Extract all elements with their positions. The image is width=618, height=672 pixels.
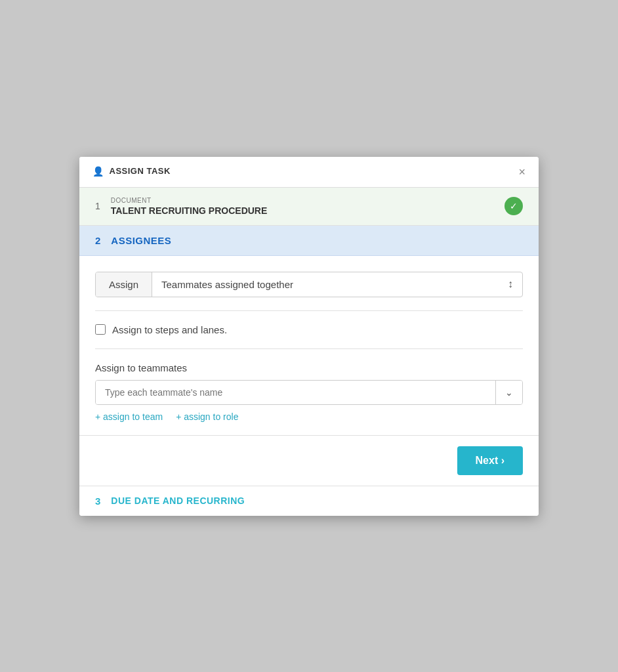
assign-to-team-link[interactable]: + assign to team bbox=[95, 411, 163, 422]
person-icon: 👤 bbox=[93, 166, 104, 177]
modal-title-tab: 👤 ASSIGN TASK bbox=[79, 157, 184, 187]
step1-doc-name: TALENT RECRUITING PROCEDURE bbox=[111, 205, 268, 216]
step1-left: 1 DOCUMENT TALENT RECRUITING PROCEDURE bbox=[95, 197, 267, 216]
step1-number: 1 bbox=[95, 201, 100, 211]
step3-header: 3 DUE DATE AND RECURRING bbox=[79, 486, 539, 516]
step1-label: DOCUMENT bbox=[111, 197, 268, 204]
assign-steps-label[interactable]: Assign to steps and lanes. bbox=[112, 324, 227, 335]
teammates-dropdown-button[interactable]: ⌄ bbox=[495, 381, 522, 404]
assign-steps-lanes-row: Assign to steps and lanes. bbox=[95, 324, 523, 335]
step2-footer: Next › bbox=[79, 435, 539, 486]
modal-header: 👤 ASSIGN TASK × bbox=[79, 157, 539, 188]
step2-number: 2 bbox=[95, 235, 100, 246]
assign-steps-checkbox[interactable] bbox=[95, 324, 106, 335]
teammates-input[interactable] bbox=[96, 381, 495, 404]
assign-row: Assign Teammates assigned together ↕ bbox=[95, 272, 523, 297]
assign-links-row: + assign to team + assign to role bbox=[95, 411, 523, 422]
divider-2 bbox=[95, 348, 523, 349]
assign-teammates-label: Assign to teammates bbox=[95, 362, 523, 373]
step1-check-circle: ✓ bbox=[505, 197, 523, 215]
close-button[interactable]: × bbox=[505, 157, 539, 187]
step2-content: Assign Teammates assigned together ↕ Ass… bbox=[79, 256, 539, 422]
assign-teammates-section: Assign to teammates ⌄ + assign to team +… bbox=[95, 362, 523, 422]
assignment-mode-text: Teammates assigned together bbox=[161, 279, 293, 290]
checkmark-icon: ✓ bbox=[510, 201, 518, 211]
modal-title: ASSIGN TASK bbox=[110, 166, 171, 176]
assignment-mode-selector[interactable]: Teammates assigned together ↕ bbox=[152, 272, 522, 297]
assign-task-modal: 👤 ASSIGN TASK × 1 DOCUMENT TALENT RECRUI… bbox=[79, 157, 539, 516]
step3-number: 3 bbox=[95, 495, 100, 507]
step2-title: ASSIGNEES bbox=[111, 235, 171, 246]
step1-doc-info: DOCUMENT TALENT RECRUITING PROCEDURE bbox=[111, 197, 268, 216]
teammates-input-row: ⌄ bbox=[95, 380, 523, 405]
assign-button[interactable]: Assign bbox=[96, 272, 152, 297]
select-arrow-icon: ↕ bbox=[508, 278, 513, 290]
step2-header: 2 ASSIGNEES bbox=[79, 226, 539, 256]
step1-document: 1 DOCUMENT TALENT RECRUITING PROCEDURE ✓ bbox=[79, 188, 539, 226]
step3-title: DUE DATE AND RECURRING bbox=[111, 495, 245, 506]
divider-1 bbox=[95, 310, 523, 311]
assign-to-role-link[interactable]: + assign to role bbox=[176, 411, 238, 422]
next-button[interactable]: Next › bbox=[457, 446, 523, 475]
